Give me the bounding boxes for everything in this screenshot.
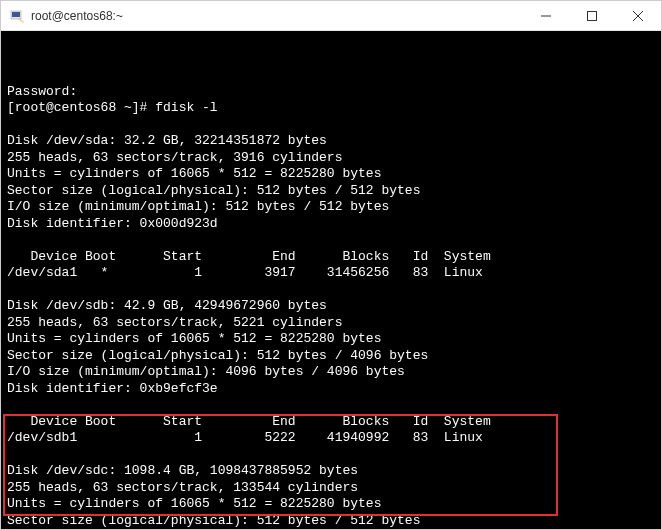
window-controls bbox=[523, 1, 661, 31]
terminal-line: Units = cylinders of 16065 * 512 = 82252… bbox=[7, 166, 655, 183]
terminal-line: Sector size (logical/physical): 512 byte… bbox=[7, 183, 655, 200]
terminal-line bbox=[7, 117, 655, 134]
terminal-line bbox=[7, 397, 655, 414]
terminal-line: Units = cylinders of 16065 * 512 = 82252… bbox=[7, 496, 655, 513]
terminal-line: Disk /dev/sdc: 1098.4 GB, 1098437885952 … bbox=[7, 463, 655, 480]
maximize-button[interactable] bbox=[569, 1, 615, 31]
svg-rect-5 bbox=[588, 11, 597, 20]
svg-rect-1 bbox=[12, 12, 20, 17]
terminal-line bbox=[7, 447, 655, 464]
terminal-line: Sector size (logical/physical): 512 byte… bbox=[7, 348, 655, 365]
terminal-line: [root@centos68 ~]# fdisk -l bbox=[7, 100, 655, 117]
terminal-line: Password: bbox=[7, 84, 655, 101]
terminal-line: Units = cylinders of 16065 * 512 = 82252… bbox=[7, 331, 655, 348]
putty-window: root@centos68:~ Password:[root@centos68 … bbox=[0, 0, 662, 530]
terminal-line bbox=[7, 232, 655, 249]
terminal-line: I/O size (minimum/optimal): 512 bytes / … bbox=[7, 199, 655, 216]
terminal-output[interactable]: Password:[root@centos68 ~]# fdisk -l Dis… bbox=[1, 31, 661, 529]
terminal-line: I/O size (minimum/optimal): 4096 bytes /… bbox=[7, 364, 655, 381]
terminal-line: 255 heads, 63 sectors/track, 3916 cylind… bbox=[7, 150, 655, 167]
minimize-button[interactable] bbox=[523, 1, 569, 31]
titlebar: root@centos68:~ bbox=[1, 1, 661, 31]
terminal-line bbox=[7, 282, 655, 299]
terminal-line: Sector size (logical/physical): 512 byte… bbox=[7, 513, 655, 530]
close-button[interactable] bbox=[615, 1, 661, 31]
terminal-line: Disk identifier: 0xb9efcf3e bbox=[7, 381, 655, 398]
window-title: root@centos68:~ bbox=[31, 9, 523, 23]
terminal-line: Disk /dev/sdb: 42.9 GB, 42949672960 byte… bbox=[7, 298, 655, 315]
terminal-line: 255 heads, 63 sectors/track, 5221 cylind… bbox=[7, 315, 655, 332]
terminal-line: Device Boot Start End Blocks Id System bbox=[7, 249, 655, 266]
terminal-line: /dev/sda1 * 1 3917 31456256 83 Linux bbox=[7, 265, 655, 282]
putty-icon bbox=[9, 8, 25, 24]
terminal-line: Disk identifier: 0x000d923d bbox=[7, 216, 655, 233]
terminal-line: /dev/sdb1 1 5222 41940992 83 Linux bbox=[7, 430, 655, 447]
terminal-line: Device Boot Start End Blocks Id System bbox=[7, 414, 655, 431]
terminal-line: 255 heads, 63 sectors/track, 133544 cyli… bbox=[7, 480, 655, 497]
svg-point-3 bbox=[22, 20, 24, 22]
terminal-line: Disk /dev/sda: 32.2 GB, 32214351872 byte… bbox=[7, 133, 655, 150]
